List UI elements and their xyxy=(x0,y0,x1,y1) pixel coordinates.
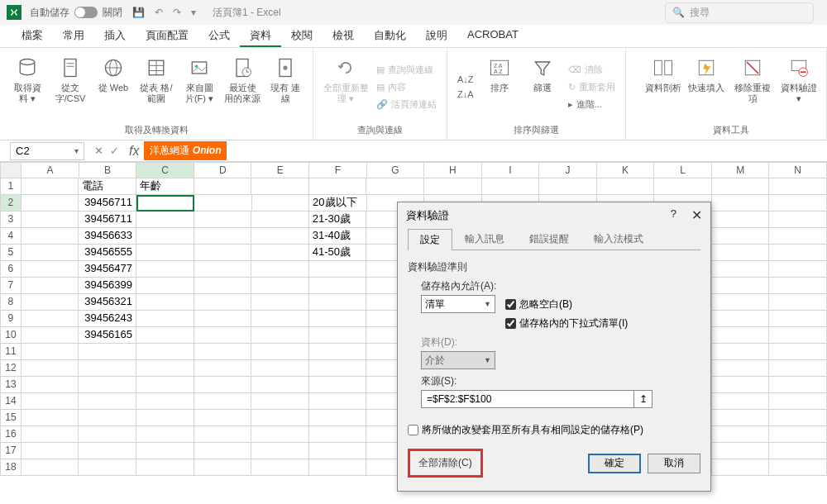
filter-button[interactable]: 篩選 xyxy=(522,51,563,122)
cell[interactable] xyxy=(769,311,827,327)
cell[interactable] xyxy=(769,426,827,443)
cell[interactable] xyxy=(712,344,770,360)
cell[interactable] xyxy=(194,327,252,344)
cell[interactable] xyxy=(22,278,79,294)
col-header-G[interactable]: G xyxy=(367,162,425,178)
cell[interactable] xyxy=(22,228,79,245)
cell[interactable] xyxy=(194,278,252,294)
cell[interactable]: 電話 xyxy=(79,178,136,195)
cell[interactable] xyxy=(251,327,309,344)
cell[interactable] xyxy=(194,245,252,261)
properties-button[interactable]: ▤內容 xyxy=(373,79,440,95)
cell[interactable] xyxy=(22,393,79,410)
cell[interactable] xyxy=(136,327,194,344)
get-data-button[interactable]: 取得資 料 ▾ xyxy=(7,51,48,122)
col-header-N[interactable]: N xyxy=(769,162,827,178)
cell[interactable] xyxy=(309,178,367,195)
cell[interactable] xyxy=(251,443,309,459)
row-header[interactable]: 16 xyxy=(0,426,22,443)
cell[interactable] xyxy=(22,377,79,393)
row-header[interactable]: 9 xyxy=(0,311,22,327)
tab-help[interactable]: 說明 xyxy=(416,25,457,47)
cancel-button[interactable]: 取消 xyxy=(648,454,700,473)
cell[interactable] xyxy=(251,294,309,311)
name-box[interactable]: C2 ▾ xyxy=(10,142,84,160)
cell[interactable] xyxy=(769,212,827,228)
advanced-filter-button[interactable]: ▸進階... xyxy=(565,97,619,112)
cell[interactable] xyxy=(136,245,194,261)
accept-formula-icon[interactable]: ✓ xyxy=(110,145,119,157)
cell[interactable] xyxy=(712,377,770,393)
tab-file[interactable]: 檔案 xyxy=(12,25,53,47)
cell[interactable] xyxy=(22,195,79,212)
source-input[interactable] xyxy=(421,390,634,408)
refresh-all-button[interactable]: 全部重新整理 ▾ xyxy=(320,51,371,122)
clear-all-button[interactable]: 全部清除(C) xyxy=(408,449,483,478)
cell[interactable] xyxy=(769,245,827,261)
edit-links-button[interactable]: 🔗活頁簿連結 xyxy=(373,97,440,112)
cell[interactable] xyxy=(251,311,309,327)
col-header-K[interactable]: K xyxy=(597,162,655,178)
cell[interactable] xyxy=(251,212,309,228)
cell[interactable] xyxy=(309,278,367,294)
col-header-C[interactable]: C xyxy=(136,162,194,178)
cell[interactable] xyxy=(251,228,309,245)
cell[interactable] xyxy=(712,178,770,195)
tab-error-alert[interactable]: 錯誤提醒 xyxy=(517,228,581,250)
cell[interactable] xyxy=(712,294,770,311)
cell[interactable] xyxy=(251,410,309,426)
col-header-F[interactable]: F xyxy=(309,162,367,178)
data-validation-button[interactable]: 資料驗證 ▾ xyxy=(778,51,820,122)
sort-az-button[interactable]: A↓Z xyxy=(454,73,477,86)
cell[interactable]: 21-30歲 xyxy=(309,212,367,228)
cell[interactable] xyxy=(712,212,770,228)
row-header[interactable]: 1 xyxy=(0,178,22,195)
cell[interactable] xyxy=(79,426,136,443)
cell[interactable] xyxy=(251,245,309,261)
dialog-titlebar[interactable]: 資料驗證 ? ✕ xyxy=(398,202,710,228)
cell[interactable] xyxy=(194,261,252,278)
cell[interactable] xyxy=(712,245,770,261)
row-header[interactable]: 2 xyxy=(0,195,22,212)
row-header[interactable]: 17 xyxy=(0,443,22,459)
cell[interactable] xyxy=(136,311,194,327)
cell[interactable] xyxy=(136,410,194,426)
from-picture-button[interactable]: 來自圖 片(F) ▾ xyxy=(179,51,220,122)
cell[interactable] xyxy=(194,195,252,212)
remove-duplicates-button[interactable]: 移除重複項 xyxy=(729,51,777,122)
tab-review[interactable]: 校閱 xyxy=(281,25,323,47)
incell-dropdown-checkbox[interactable]: 儲存格內的下拉式清單(I) xyxy=(505,316,628,330)
from-table-button[interactable]: 從表 格/範圍 xyxy=(136,51,177,122)
cell[interactable] xyxy=(194,426,252,443)
cell[interactable] xyxy=(79,360,136,377)
cell[interactable] xyxy=(712,261,770,278)
cell[interactable] xyxy=(482,178,540,195)
cell[interactable] xyxy=(654,178,712,195)
fx-icon[interactable]: fx xyxy=(124,144,144,159)
cell[interactable] xyxy=(309,344,367,360)
col-header-I[interactable]: I xyxy=(482,162,540,178)
cell[interactable] xyxy=(251,278,309,294)
cell[interactable] xyxy=(712,459,770,476)
cell[interactable] xyxy=(712,360,770,377)
col-header-D[interactable]: D xyxy=(194,162,252,178)
tab-home[interactable]: 常用 xyxy=(53,25,94,47)
cell[interactable] xyxy=(22,245,79,261)
cell[interactable] xyxy=(136,459,194,476)
cell[interactable] xyxy=(769,377,827,393)
redo-icon[interactable]: ↷ xyxy=(173,7,181,18)
tab-automate[interactable]: 自動化 xyxy=(364,25,416,47)
cell[interactable] xyxy=(539,178,597,195)
cell[interactable] xyxy=(22,261,79,278)
cell[interactable]: 20歲以下 xyxy=(309,195,367,212)
queries-connections-button[interactable]: ▤查詢與連線 xyxy=(373,62,440,78)
col-header-M[interactable]: M xyxy=(712,162,770,178)
cell[interactable] xyxy=(424,178,482,195)
row-header[interactable]: 11 xyxy=(0,344,22,360)
row-header[interactable]: 18 xyxy=(0,459,22,476)
search-box[interactable]: 🔍 搜尋 xyxy=(665,2,814,23)
row-header[interactable]: 7 xyxy=(0,278,22,294)
row-header[interactable]: 10 xyxy=(0,327,22,344)
cell[interactable] xyxy=(769,261,827,278)
cell[interactable] xyxy=(366,178,424,195)
